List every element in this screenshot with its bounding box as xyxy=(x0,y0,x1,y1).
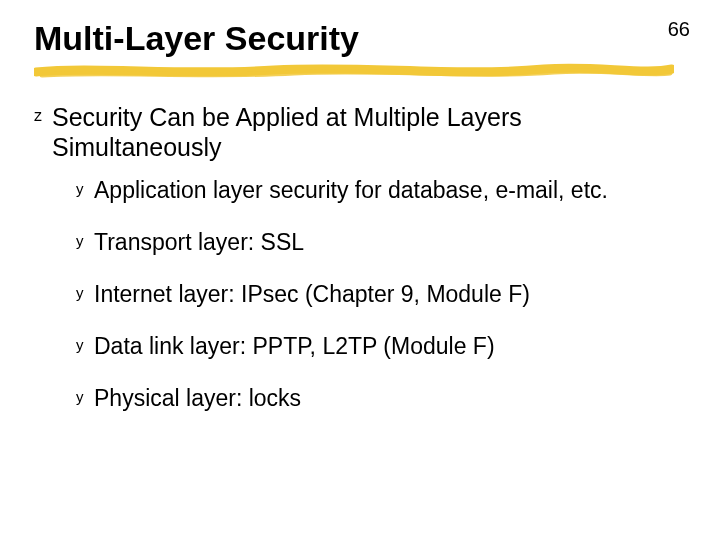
list-item: y Application layer security for databas… xyxy=(76,176,686,204)
list-item-text: Physical layer: locks xyxy=(94,384,301,412)
slide: 66 Multi-Layer Security z Security Can b… xyxy=(0,0,720,540)
title-block: Multi-Layer Security xyxy=(34,20,660,77)
page-number: 66 xyxy=(668,18,690,41)
list-item: z Security Can be Applied at Multiple La… xyxy=(34,102,686,162)
list-item-text: Security Can be Applied at Multiple Laye… xyxy=(52,102,686,162)
bullet-lvl2-icon: y xyxy=(76,176,94,202)
sublist: y Application layer security for databas… xyxy=(34,176,686,412)
bullet-lvl2-icon: y xyxy=(76,280,94,306)
bullet-lvl2-icon: y xyxy=(76,384,94,410)
bullet-lvl2-icon: y xyxy=(76,332,94,358)
list-item-text: Data link layer: PPTP, L2TP (Module F) xyxy=(94,332,495,360)
list-item: y Data link layer: PPTP, L2TP (Module F) xyxy=(76,332,686,360)
slide-body: z Security Can be Applied at Multiple La… xyxy=(34,102,686,436)
list-item-text: Internet layer: IPsec (Chapter 9, Module… xyxy=(94,280,530,308)
list-item: y Internet layer: IPsec (Chapter 9, Modu… xyxy=(76,280,686,308)
bullet-lvl2-icon: y xyxy=(76,228,94,254)
list-item: y Physical layer: locks xyxy=(76,384,686,412)
bullet-lvl1-icon: z xyxy=(34,102,52,130)
title-underline xyxy=(34,63,660,77)
list-item: y Transport layer: SSL xyxy=(76,228,686,256)
list-item-text: Application layer security for database,… xyxy=(94,176,608,204)
list-item-text: Transport layer: SSL xyxy=(94,228,304,256)
slide-title: Multi-Layer Security xyxy=(34,20,660,57)
brushstroke-icon xyxy=(34,63,674,79)
